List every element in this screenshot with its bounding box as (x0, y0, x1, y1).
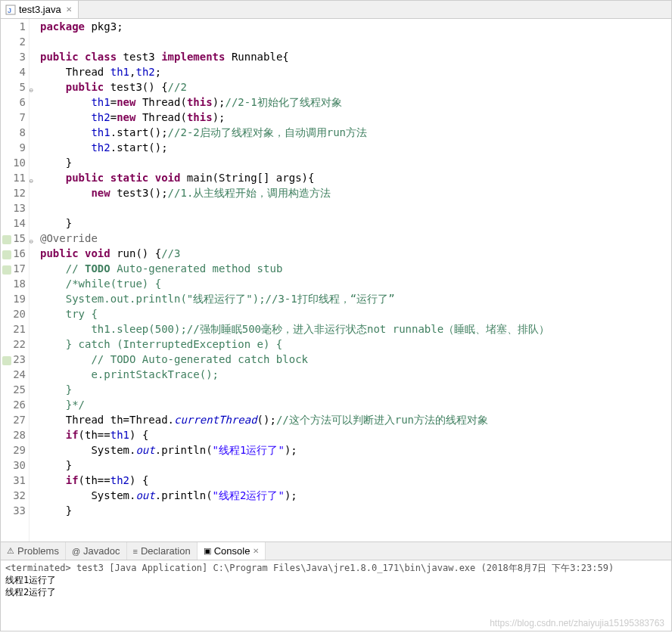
line-number: 3 (1, 49, 26, 64)
code-line[interactable]: } catch (InterruptedException e) { (40, 337, 671, 352)
line-gutter: 12345⊖67891011⊖12131415⊖1617181920212223… (1, 19, 30, 541)
marker-icon (2, 248, 11, 257)
console-icon: ▣ (204, 546, 211, 556)
line-number: 31 (1, 473, 26, 488)
code-line[interactable]: th1.sleep(500);//强制睡眠500毫秒，进入非运行状态not ru… (40, 321, 671, 337)
declaration-icon: ≡ (133, 547, 138, 556)
line-number: 13 (1, 200, 26, 216)
code-line[interactable]: e.printStackTrace(); (40, 367, 671, 382)
code-line[interactable]: } (40, 382, 671, 397)
tab-label: Javadoc (83, 545, 120, 557)
close-icon[interactable]: ✕ (253, 547, 259, 555)
line-number: 25 (1, 382, 26, 397)
editor-tab[interactable]: J test3.java ✕ (1, 1, 79, 18)
code-line[interactable] (40, 200, 671, 216)
code-line[interactable]: @Override (40, 231, 671, 246)
bottom-tab-javadoc[interactable]: @Javadoc (66, 542, 127, 560)
bottom-tabbar: ⚠Problems@Javadoc≡Declaration▣Console✕ (1, 542, 671, 560)
code-line[interactable]: System.out.println("线程运行了");//3-1打印线程，“运… (40, 291, 671, 306)
code-line[interactable]: public test3() {//2 (40, 79, 671, 95)
code-line[interactable]: } (40, 458, 671, 473)
line-number: 5⊖ (1, 79, 26, 95)
svg-rect-2 (2, 235, 11, 244)
line-number: 15⊖ (1, 231, 26, 246)
line-number: 22 (1, 337, 26, 352)
code-line[interactable]: Thread th=Thread.currentThread();//这个方法可… (40, 412, 671, 427)
code-line[interactable]: System.out.println("线程1运行了"); (40, 442, 671, 458)
line-number: 29 (1, 442, 26, 458)
code-line[interactable]: } (40, 503, 671, 518)
code-line[interactable]: /*while(true) { (40, 276, 671, 291)
line-number: 28 (1, 427, 26, 442)
line-number: 11⊖ (1, 170, 26, 185)
output-line: 线程1运行了 (5, 574, 667, 586)
source-code[interactable]: package pkg3;public class test3 implemen… (30, 19, 671, 541)
code-line[interactable]: public static void main(String[] args){ (40, 170, 671, 185)
line-number: 4 (1, 64, 26, 79)
code-line[interactable]: th2=new Thread(this); (40, 110, 671, 125)
line-number: 26 (1, 397, 26, 412)
code-line[interactable]: System.out.println("线程2运行了"); (40, 488, 671, 503)
line-number: 14 (1, 216, 26, 231)
svg-rect-4 (2, 265, 11, 275)
code-line[interactable]: new test3();//1.从主线程开始，调用构造方法 (40, 185, 671, 200)
line-number: 8 (1, 125, 26, 140)
fold-icon[interactable]: ⊖ (30, 234, 33, 249)
code-line[interactable]: th1=new Thread(this);//2-1初始化了线程对象 (40, 95, 671, 110)
bottom-tab-console[interactable]: ▣Console✕ (198, 542, 266, 560)
editor-panel: J test3.java ✕ 12345⊖67891011⊖12131415⊖1… (0, 0, 672, 542)
line-number: 12 (1, 185, 26, 200)
svg-rect-3 (2, 250, 11, 259)
terminated-line: <terminated> test3 [Java Application] C:… (5, 562, 667, 574)
problems-icon: ⚠ (7, 546, 14, 556)
line-number: 7 (1, 110, 26, 125)
bottom-tab-declaration[interactable]: ≡Declaration (127, 542, 198, 560)
line-number: 21 (1, 321, 26, 337)
code-line[interactable]: // TODO Auto-generated catch block (40, 352, 671, 367)
code-line[interactable]: th2.start(); (40, 140, 671, 155)
line-number: 19 (1, 291, 26, 306)
marker-icon (2, 263, 11, 272)
code-line[interactable]: if(th==th1) { (40, 427, 671, 442)
editor-tabbar: J test3.java ✕ (1, 1, 671, 19)
code-editor[interactable]: 12345⊖67891011⊖12131415⊖1617181920212223… (1, 19, 671, 541)
javadoc-icon: @ (72, 547, 80, 556)
line-number: 32 (1, 488, 26, 503)
line-number: 10 (1, 155, 26, 170)
code-line[interactable] (40, 34, 671, 49)
code-line[interactable]: package pkg3; (40, 19, 671, 34)
line-number: 20 (1, 306, 26, 321)
line-number: 33 (1, 503, 26, 518)
tab-label: Console (214, 545, 250, 557)
code-line[interactable]: if(th==th2) { (40, 473, 671, 488)
code-line[interactable]: Thread th1,th2; (40, 64, 671, 79)
output-line: 线程2运行了 (5, 586, 667, 598)
close-icon[interactable]: ✕ (64, 5, 73, 14)
code-line[interactable]: public void run() {//3 (40, 246, 671, 261)
console-output: 线程1运行了线程2运行了 (5, 574, 667, 598)
code-line[interactable]: // TODO Auto-generated method stub (40, 261, 671, 276)
line-number: 2 (1, 34, 26, 49)
tab-label: Declaration (141, 545, 191, 557)
code-line[interactable]: try { (40, 306, 671, 321)
watermark: https://blog.csdn.net/zhaiyujia151953837… (490, 618, 664, 628)
line-number: 6 (1, 95, 26, 110)
line-number: 17 (1, 261, 26, 276)
marker-icon (2, 233, 11, 242)
code-line[interactable]: } (40, 216, 671, 231)
java-file-icon: J (5, 5, 16, 15)
code-line[interactable]: public class test3 implements Runnable{ (40, 49, 671, 64)
line-number: 9 (1, 140, 26, 155)
code-line[interactable]: th1.start();//2-2启动了线程对象，自动调用run方法 (40, 125, 671, 140)
fold-icon[interactable]: ⊖ (30, 82, 33, 98)
svg-rect-5 (2, 356, 11, 365)
line-number: 23 (1, 352, 26, 367)
tab-label: Problems (17, 545, 59, 557)
fold-icon[interactable]: ⊖ (30, 173, 33, 188)
line-number: 24 (1, 367, 26, 382)
bottom-tab-problems[interactable]: ⚠Problems (1, 542, 66, 560)
code-line[interactable]: }*/ (40, 397, 671, 412)
code-line[interactable]: } (40, 155, 671, 170)
line-number: 1 (1, 19, 26, 34)
marker-icon (2, 354, 11, 363)
